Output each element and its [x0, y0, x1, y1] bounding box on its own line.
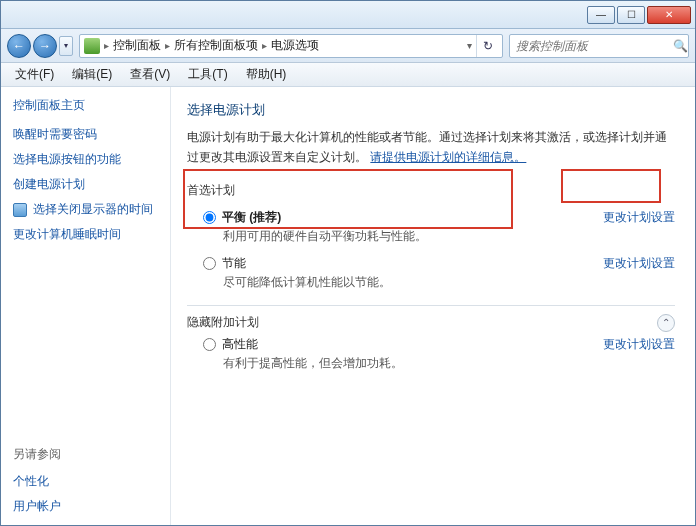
- plan-high-performance: 高性能 有利于提高性能，但会增加功耗。 更改计划设置: [187, 332, 675, 378]
- recent-dropdown[interactable]: ▾: [59, 36, 73, 56]
- nav-buttons: ← → ▾: [7, 34, 73, 58]
- breadcrumb[interactable]: ▸ 控制面板 ▸ 所有控制面板项 ▸ 电源选项 ▾ ↻: [79, 34, 503, 58]
- breadcrumb-sep: ▸: [165, 40, 170, 51]
- sidebar-create-plan[interactable]: 创建电源计划: [13, 176, 158, 193]
- monitor-icon: [13, 203, 27, 217]
- divider: [187, 305, 675, 306]
- plan-balanced-change-link[interactable]: 更改计划设置: [603, 210, 675, 224]
- sidebar-personalization[interactable]: 个性化: [13, 473, 158, 490]
- desc-link[interactable]: 请提供电源计划的详细信息。: [370, 150, 526, 164]
- search-input[interactable]: [514, 38, 669, 54]
- plan-saver-change-link[interactable]: 更改计划设置: [603, 256, 675, 270]
- plan-balanced-name: 平衡 (推荐): [222, 209, 281, 226]
- search-icon: 🔍: [673, 39, 688, 53]
- hidden-plans-row: 隐藏附加计划 ⌃: [187, 314, 675, 332]
- plan-balanced-desc: 利用可用的硬件自动平衡功耗与性能。: [223, 228, 603, 245]
- breadcrumb-sep: ▸: [104, 40, 109, 51]
- sidebar: 控制面板主页 唤醒时需要密码 选择电源按钮的功能 创建电源计划 选择关闭显示器的…: [1, 87, 171, 525]
- breadcrumb-all-items[interactable]: 所有控制面板项: [174, 37, 258, 54]
- sidebar-user-accounts[interactable]: 用户帐户: [13, 498, 158, 515]
- breadcrumb-control-panel[interactable]: 控制面板: [113, 37, 161, 54]
- breadcrumb-power-options[interactable]: 电源选项: [271, 37, 319, 54]
- plan-high-radio[interactable]: [203, 338, 216, 351]
- title-bar: — ☐ ✕: [1, 1, 695, 29]
- minimize-button[interactable]: —: [587, 6, 615, 24]
- sidebar-require-password[interactable]: 唤醒时需要密码: [13, 126, 158, 143]
- menu-edit[interactable]: 编辑(E): [64, 64, 120, 85]
- plan-high-desc: 有利于提高性能，但会增加功耗。: [223, 355, 603, 372]
- plan-saver: 节能 尽可能降低计算机性能以节能。 更改计划设置: [187, 251, 675, 297]
- sidebar-power-button[interactable]: 选择电源按钮的功能: [13, 151, 158, 168]
- collapse-button[interactable]: ⌃: [657, 314, 675, 332]
- sidebar-turn-off-display[interactable]: 选择关闭显示器的时间: [33, 201, 153, 218]
- plan-balanced: 平衡 (推荐) 利用可用的硬件自动平衡功耗与性能。 更改计划设置: [187, 205, 675, 251]
- plan-saver-radio[interactable]: [203, 257, 216, 270]
- page-description: 电源计划有助于最大化计算机的性能或者节能。通过选择计划来将其激活，或选择计划并通…: [187, 127, 675, 168]
- plan-saver-name: 节能: [222, 255, 246, 272]
- menu-file[interactable]: 文件(F): [7, 64, 62, 85]
- see-also-heading: 另请参阅: [13, 446, 158, 463]
- menu-tools[interactable]: 工具(T): [180, 64, 235, 85]
- breadcrumb-dropdown[interactable]: ▾: [467, 40, 472, 51]
- menu-help[interactable]: 帮助(H): [238, 64, 295, 85]
- body: 控制面板主页 唤醒时需要密码 选择电源按钮的功能 创建电源计划 选择关闭显示器的…: [1, 87, 695, 525]
- menu-view[interactable]: 查看(V): [122, 64, 178, 85]
- close-button[interactable]: ✕: [647, 6, 691, 24]
- breadcrumb-sep: ▸: [262, 40, 267, 51]
- content: 选择电源计划 电源计划有助于最大化计算机的性能或者节能。通过选择计划来将其激活，…: [171, 87, 695, 525]
- sidebar-home[interactable]: 控制面板主页: [13, 97, 158, 114]
- address-bar: ← → ▾ ▸ 控制面板 ▸ 所有控制面板项 ▸ 电源选项 ▾ ↻ 🔍: [1, 29, 695, 63]
- hidden-plans-heading: 隐藏附加计划: [187, 314, 657, 331]
- back-button[interactable]: ←: [7, 34, 31, 58]
- forward-button[interactable]: →: [33, 34, 57, 58]
- sidebar-sleep-time[interactable]: 更改计算机睡眠时间: [13, 226, 158, 243]
- plan-saver-desc: 尽可能降低计算机性能以节能。: [223, 274, 603, 291]
- page-title: 选择电源计划: [187, 101, 675, 119]
- search-box[interactable]: 🔍: [509, 34, 689, 58]
- plan-high-change-link[interactable]: 更改计划设置: [603, 337, 675, 351]
- control-panel-icon: [84, 38, 100, 54]
- window: — ☐ ✕ ← → ▾ ▸ 控制面板 ▸ 所有控制面板项 ▸ 电源选项 ▾ ↻ …: [0, 0, 696, 526]
- menu-bar: 文件(F) 编辑(E) 查看(V) 工具(T) 帮助(H): [1, 63, 695, 87]
- preferred-plans-heading: 首选计划: [187, 182, 675, 199]
- chevron-up-icon: ⌃: [662, 317, 670, 328]
- plan-high-name: 高性能: [222, 336, 258, 353]
- refresh-button[interactable]: ↻: [476, 35, 498, 57]
- maximize-button[interactable]: ☐: [617, 6, 645, 24]
- plan-balanced-radio[interactable]: [203, 211, 216, 224]
